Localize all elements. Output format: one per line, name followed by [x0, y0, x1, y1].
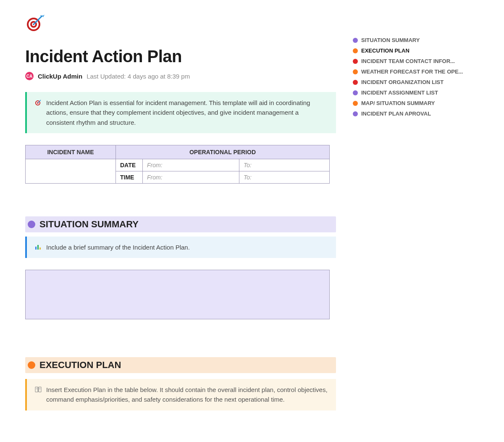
toc-item[interactable]: SITUATION SUMMARY [353, 37, 479, 43]
toc-item-label: WEATHER FORECAST FOR THE OPE... [361, 68, 463, 75]
situation-summary-input[interactable] [25, 270, 330, 319]
toc-item[interactable]: EXECUTION PLAN [353, 47, 479, 54]
toc-item-label: INCIDENT TEAM CONTACT INFOR... [361, 58, 455, 64]
toc-item[interactable]: INCIDENT PLAN APROVAL [353, 110, 479, 117]
page-title: Incident Action Plan [25, 47, 336, 66]
section-header-execution[interactable]: EXECUTION PLAN [25, 357, 336, 373]
dot-icon [353, 38, 358, 43]
intro-callout: Incident Action Plan is essential for in… [25, 92, 336, 133]
last-updated: Last Updated: 4 days ago at 8:39 pm [87, 73, 190, 80]
section-header-situation[interactable]: SITUATION SUMMARY [25, 216, 336, 232]
toc-item-label: INCIDENT ORGANIZATION LIST [361, 79, 444, 85]
toc-item-label: MAP/ SITUATION SUMMARY [361, 100, 435, 106]
row-date-label: DATE [116, 159, 143, 171]
section-title: SITUATION SUMMARY [39, 219, 139, 230]
svg-rect-10 [39, 247, 41, 250]
dot-icon [353, 48, 358, 53]
table-of-contents: SITUATION SUMMARYEXECUTION PLANINCIDENT … [353, 37, 487, 117]
toc-item[interactable]: INCIDENT ORGANIZATION LIST [353, 79, 479, 85]
situation-hint-text: Include a brief summary of the Incident … [46, 242, 190, 252]
situation-hint-callout: Include a brief summary of the Incident … [25, 237, 336, 258]
time-from-cell[interactable]: From: [143, 171, 239, 183]
target-icon [25, 13, 336, 34]
th-incident-name: INCIDENT NAME [26, 145, 116, 159]
dot-icon [353, 101, 358, 106]
svg-rect-8 [35, 247, 37, 250]
dot-icon [353, 90, 358, 95]
time-to-cell[interactable]: To: [239, 171, 330, 183]
dot-icon [28, 361, 35, 369]
date-to-cell[interactable]: To: [239, 159, 330, 171]
toc-item-label: INCIDENT PLAN APROVAL [361, 110, 431, 117]
bar-chart-icon [34, 243, 42, 251]
dot-icon [353, 59, 358, 64]
section-title: EXECUTION PLAN [39, 360, 121, 371]
execution-hint-text: Insert Execution Plan in the table below… [46, 385, 328, 405]
execution-hint-callout: Insert Execution Plan in the table below… [25, 379, 336, 410]
dot-icon [353, 111, 358, 116]
dot-icon [353, 80, 358, 85]
date-from-cell[interactable]: From: [143, 159, 239, 171]
toc-item-label: INCIDENT ASSIGNMENT LIST [361, 89, 438, 96]
svg-rect-9 [37, 245, 39, 250]
author-name: ClickUp Admin [38, 73, 82, 80]
th-operational-period: OPERATIONAL PERIOD [116, 145, 330, 159]
incident-info-table: INCIDENT NAME OPERATIONAL PERIOD DATE Fr… [25, 145, 330, 184]
dot-icon [28, 221, 35, 228]
intro-callout-text: Incident Action Plan is essential for in… [46, 98, 328, 127]
toc-item[interactable]: INCIDENT TEAM CONTACT INFOR... [353, 58, 479, 64]
dot-icon [353, 69, 358, 74]
toc-item[interactable]: WEATHER FORECAST FOR THE OPE... [353, 68, 479, 75]
incident-name-cell[interactable] [26, 159, 116, 183]
author-avatar: CA [25, 72, 34, 80]
target-icon [34, 99, 42, 106]
toc-item[interactable]: INCIDENT ASSIGNMENT LIST [353, 89, 479, 96]
book-icon [34, 386, 42, 393]
row-time-label: TIME [116, 171, 143, 183]
toc-item[interactable]: MAP/ SITUATION SUMMARY [353, 100, 479, 106]
toc-item-label: SITUATION SUMMARY [361, 37, 420, 43]
doc-meta: CA ClickUp Admin Last Updated: 4 days ag… [25, 72, 336, 80]
toc-item-label: EXECUTION PLAN [361, 47, 410, 54]
